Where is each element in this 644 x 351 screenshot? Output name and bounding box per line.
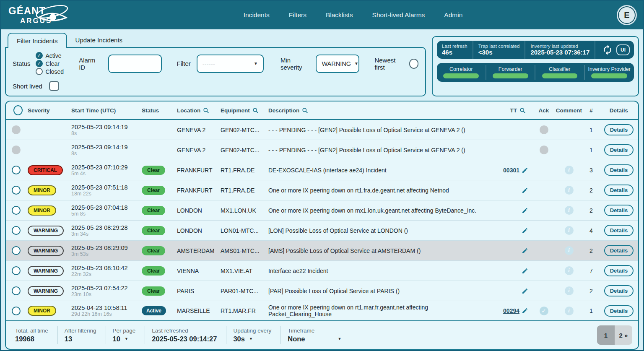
checkbox-closed-unchecked[interactable] xyxy=(36,68,43,75)
min-severity-select[interactable]: WARNING ▼ xyxy=(316,55,359,73)
row-checkbox[interactable] xyxy=(12,266,21,275)
edit-ticket-icon[interactable] xyxy=(522,167,528,174)
equipment: LON01-MTC... xyxy=(219,227,267,234)
details-button[interactable]: Details xyxy=(604,285,634,296)
col-header-details: Details xyxy=(600,107,638,114)
alarm-count: 1 xyxy=(583,147,600,153)
search-icon[interactable] xyxy=(302,107,308,114)
col-header-ack: Ack xyxy=(532,107,555,114)
short-lived-checkbox[interactable] xyxy=(49,81,59,91)
row-checkbox[interactable] xyxy=(12,206,21,215)
edit-ticket-icon[interactable] xyxy=(522,307,528,314)
search-icon[interactable] xyxy=(519,107,526,114)
chevron-down-icon: ▼ xyxy=(249,337,253,341)
table-row[interactable]: MINOR 2025-05-23 07:51:18 18m 22s Clear … xyxy=(6,180,638,200)
table-row[interactable]: WARNING 2025-05-23 08:29:28 3m 34s Clear… xyxy=(6,221,638,241)
details-button[interactable]: Details xyxy=(604,124,634,135)
nav-item-admin[interactable]: Admin xyxy=(444,11,462,19)
start-time: 2025-05-23 07:54:22 xyxy=(71,285,140,291)
refresh-icon[interactable] xyxy=(602,44,613,55)
filter-select[interactable]: ------ ▼ xyxy=(197,55,264,73)
checkbox-clear-checked[interactable]: ✓ xyxy=(36,60,43,67)
status-option-closed[interactable]: Closed xyxy=(36,68,64,75)
row-checkbox[interactable] xyxy=(12,166,21,174)
row-checkbox[interactable] xyxy=(12,246,21,255)
metric-last-refresh: Last refresh 46s xyxy=(437,41,473,59)
row-checkbox[interactable] xyxy=(12,307,21,315)
severity-badge: MINOR xyxy=(28,306,56,316)
edit-ticket-icon[interactable] xyxy=(522,268,528,274)
table-row[interactable]: 2025-05-23 09:14:19 8s GENEVA 2 GEN02-MT… xyxy=(6,140,638,160)
per-page-select[interactable]: 10▼ xyxy=(113,335,136,343)
comment-info-icon[interactable]: i xyxy=(565,186,574,195)
comment-info-icon[interactable]: i xyxy=(565,226,574,235)
comment-info-icon[interactable]: i xyxy=(565,206,574,215)
edit-ticket-icon[interactable] xyxy=(522,288,528,294)
start-time: 2025-05-23 08:29:28 xyxy=(71,224,140,231)
duration: 5m 8s xyxy=(71,211,140,217)
nav-item-blacklists[interactable]: Blacklists xyxy=(326,11,353,19)
details-button[interactable]: Details xyxy=(604,305,634,317)
ticket-link[interactable]: 00294 xyxy=(503,307,519,314)
details-button[interactable]: Details xyxy=(604,205,634,216)
table-row[interactable]: WARNING 2025-05-23 08:29:09 3m 53s Clear… xyxy=(6,241,638,261)
comment-info-icon[interactable]: i xyxy=(565,286,574,295)
ticket-link[interactable]: 00301 xyxy=(503,167,519,174)
details-button[interactable]: Details xyxy=(604,144,634,156)
tab-update-incidents[interactable]: Update Incidents xyxy=(67,33,131,47)
nav-item-incidents[interactable]: Incidents xyxy=(244,11,270,19)
comment-info-icon[interactable]: i xyxy=(565,266,574,275)
nav-item-filters[interactable]: Filters xyxy=(289,11,306,19)
page-button-1[interactable]: 1 xyxy=(597,325,615,345)
row-checkbox[interactable] xyxy=(12,186,21,195)
alarm-id-input[interactable] xyxy=(108,55,162,73)
details-button[interactable]: Details xyxy=(604,265,634,276)
status-badge: Clear xyxy=(142,206,165,215)
table-row[interactable]: WARNING 2025-05-23 07:54:22 23m 10s Clea… xyxy=(6,281,638,301)
user-avatar[interactable]: E xyxy=(618,6,636,24)
updating-every-value: 30s xyxy=(233,335,245,343)
table-row[interactable]: MINOR 2025-05-23 07:04:18 5m 8s Clear LO… xyxy=(6,200,638,221)
per-page-value: 10 xyxy=(113,335,120,343)
col-header-start-time: Start Time (UTC) xyxy=(70,107,140,114)
comment-info-icon[interactable]: i xyxy=(565,307,574,315)
status-option-clear[interactable]: ✓ Clear xyxy=(36,60,64,67)
col-header-equipment-label: Equipment xyxy=(221,107,250,114)
table-row[interactable]: WARNING 2025-05-23 08:10:42 22m 32s Clea… xyxy=(6,261,638,281)
edit-ticket-icon[interactable] xyxy=(522,227,528,234)
edit-ticket-icon[interactable] xyxy=(522,207,528,214)
ui-button[interactable]: UI xyxy=(616,44,630,55)
page-button-2-next[interactable]: 2 » xyxy=(615,325,632,345)
details-button[interactable]: Details xyxy=(604,185,634,196)
select-all-checkbox[interactable] xyxy=(13,105,23,115)
search-icon[interactable] xyxy=(203,107,209,114)
nav-item-short-lived-alarms[interactable]: Short-lived Alarms xyxy=(372,11,425,19)
row-checkbox[interactable] xyxy=(12,226,21,235)
description: - - - PENDING - - - [GEN2] Possible Loss… xyxy=(267,127,487,133)
tab-filter-incidents[interactable]: Filter Incidents xyxy=(8,33,67,48)
checkbox-active-checked[interactable]: ✓ xyxy=(36,52,43,59)
equipment: RT1.FRA.DE xyxy=(219,167,267,174)
table-row[interactable]: 2025-05-23 09:14:19 8s GENEVA 2 GEN02-MT… xyxy=(6,120,638,140)
details-button[interactable]: Details xyxy=(604,225,634,236)
table-row[interactable]: MINOR 2025-04-23 10:58:11 29d 22h 16m 16… xyxy=(6,301,638,321)
updating-every-select[interactable]: 30s▼ xyxy=(233,335,271,343)
filter-select-value: ------ xyxy=(203,60,215,67)
details-button[interactable]: Details xyxy=(604,245,634,256)
search-icon[interactable] xyxy=(252,107,259,114)
status-option-active[interactable]: ✓ Active xyxy=(36,52,64,59)
edit-ticket-icon[interactable] xyxy=(522,187,528,194)
timeframe-select[interactable]: None▼ xyxy=(288,335,341,343)
nav-menu: Incidents Filters Blacklists Short-lived… xyxy=(88,11,618,19)
comment-info-icon[interactable]: i xyxy=(565,166,574,174)
details-button[interactable]: Details xyxy=(604,164,634,176)
location: MARSEILLE xyxy=(175,307,219,314)
comment-info-icon[interactable]: i xyxy=(565,246,574,255)
row-checkbox[interactable] xyxy=(12,286,21,295)
table-row[interactable]: CRITICAL 2025-05-23 07:10:29 5m 4s Clear… xyxy=(6,160,638,180)
alarm-count: 1 xyxy=(583,307,600,314)
equipment: AMS01-MTC... xyxy=(219,247,267,254)
status-badge: Clear xyxy=(142,186,165,195)
newest-first-checkbox[interactable] xyxy=(409,59,418,69)
edit-ticket-icon[interactable] xyxy=(522,247,528,254)
